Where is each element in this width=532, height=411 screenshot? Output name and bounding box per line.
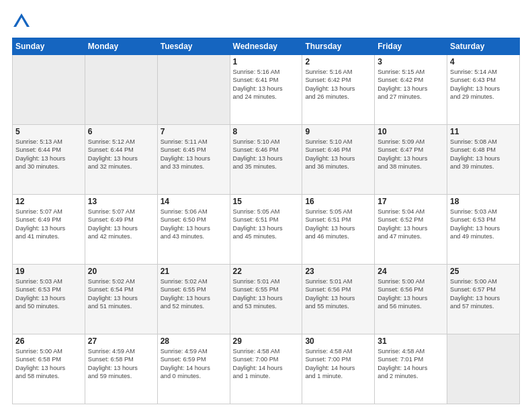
calendar-cell [13,55,85,125]
day-number: 28 [161,336,227,346]
day-info: Sunrise: 5:02 AM Sunset: 6:54 PM Dayligh… [88,277,154,311]
day-number: 3 [378,57,444,66]
calendar-cell: 11Sunrise: 5:08 AM Sunset: 6:48 PM Dayli… [447,125,520,195]
day-info: Sunrise: 4:58 AM Sunset: 7:00 PM Dayligh… [305,347,371,381]
day-number: 6 [88,127,154,136]
day-info: Sunrise: 5:07 AM Sunset: 6:49 PM Dayligh… [88,208,154,241]
calendar-cell: 28Sunrise: 4:59 AM Sunset: 6:59 PM Dayli… [157,334,230,404]
day-number: 31 [378,336,444,346]
calendar-cell: 23Sunrise: 5:01 AM Sunset: 6:56 PM Dayli… [302,265,375,334]
calendar-cell: 17Sunrise: 5:04 AM Sunset: 6:52 PM Dayli… [375,195,447,265]
calendar-table: SundayMondayTuesdayWednesdayThursdayFrid… [12,38,520,404]
day-info: Sunrise: 4:58 AM Sunset: 7:01 PM Dayligh… [378,347,444,381]
day-info: Sunrise: 5:01 AM Sunset: 6:56 PM Dayligh… [305,277,371,311]
day-info: Sunrise: 5:10 AM Sunset: 6:46 PM Dayligh… [305,138,371,171]
calendar-cell: 30Sunrise: 4:58 AM Sunset: 7:00 PM Dayli… [302,334,375,404]
day-info: Sunrise: 5:05 AM Sunset: 6:51 PM Dayligh… [305,208,371,241]
day-info: Sunrise: 5:03 AM Sunset: 6:53 PM Dayligh… [450,208,517,241]
logo-icon [12,12,31,31]
day-info: Sunrise: 5:14 AM Sunset: 6:43 PM Dayligh… [450,68,517,101]
day-info: Sunrise: 5:16 AM Sunset: 6:42 PM Dayligh… [305,68,371,101]
calendar-cell: 13Sunrise: 5:07 AM Sunset: 6:49 PM Dayli… [85,195,157,265]
calendar-cell: 5Sunrise: 5:13 AM Sunset: 6:44 PM Daylig… [13,125,85,195]
day-number: 24 [378,267,444,276]
calendar-cell: 10Sunrise: 5:09 AM Sunset: 6:47 PM Dayli… [375,125,447,195]
logo [12,12,34,31]
page: SundayMondayTuesdayWednesdayThursdayFrid… [0,0,532,411]
day-number: 8 [233,127,300,136]
day-info: Sunrise: 5:01 AM Sunset: 6:55 PM Dayligh… [233,277,300,311]
day-number: 13 [88,197,154,206]
day-number: 11 [450,127,517,136]
calendar-cell: 7Sunrise: 5:11 AM Sunset: 6:45 PM Daylig… [157,125,230,195]
day-number: 27 [88,336,154,346]
day-info: Sunrise: 5:16 AM Sunset: 6:41 PM Dayligh… [233,68,300,101]
calendar-week-row: 26Sunrise: 5:00 AM Sunset: 6:58 PM Dayli… [13,334,520,404]
calendar-cell [447,334,520,404]
day-info: Sunrise: 5:06 AM Sunset: 6:50 PM Dayligh… [161,208,227,241]
day-number: 16 [305,197,371,206]
calendar-cell: 2Sunrise: 5:16 AM Sunset: 6:42 PM Daylig… [302,55,375,125]
day-number: 20 [88,267,154,276]
day-info: Sunrise: 5:04 AM Sunset: 6:52 PM Dayligh… [378,208,444,241]
calendar-header-monday: Monday [85,38,157,55]
calendar-cell: 16Sunrise: 5:05 AM Sunset: 6:51 PM Dayli… [302,195,375,265]
day-info: Sunrise: 5:00 AM Sunset: 6:56 PM Dayligh… [378,277,444,311]
calendar-header-row: SundayMondayTuesdayWednesdayThursdayFrid… [13,38,520,55]
calendar-cell: 3Sunrise: 5:15 AM Sunset: 6:42 PM Daylig… [375,55,447,125]
day-number: 1 [233,57,300,66]
day-number: 25 [450,267,517,276]
day-info: Sunrise: 4:59 AM Sunset: 6:59 PM Dayligh… [161,347,227,381]
calendar-cell: 26Sunrise: 5:00 AM Sunset: 6:58 PM Dayli… [13,334,85,404]
calendar-cell: 14Sunrise: 5:06 AM Sunset: 6:50 PM Dayli… [157,195,230,265]
day-info: Sunrise: 5:13 AM Sunset: 6:44 PM Dayligh… [15,138,82,171]
day-info: Sunrise: 4:58 AM Sunset: 7:00 PM Dayligh… [233,347,300,381]
day-number: 9 [305,127,371,136]
calendar-week-row: 1Sunrise: 5:16 AM Sunset: 6:41 PM Daylig… [13,55,520,125]
day-info: Sunrise: 5:00 AM Sunset: 6:58 PM Dayligh… [15,347,82,381]
day-info: Sunrise: 5:07 AM Sunset: 6:49 PM Dayligh… [15,208,82,241]
calendar-cell: 22Sunrise: 5:01 AM Sunset: 6:55 PM Dayli… [230,265,302,334]
day-number: 15 [233,197,300,206]
day-info: Sunrise: 5:11 AM Sunset: 6:45 PM Dayligh… [161,138,227,171]
day-number: 29 [233,336,300,346]
day-info: Sunrise: 4:59 AM Sunset: 6:58 PM Dayligh… [88,347,154,381]
calendar-cell: 9Sunrise: 5:10 AM Sunset: 6:46 PM Daylig… [302,125,375,195]
day-info: Sunrise: 5:09 AM Sunset: 6:47 PM Dayligh… [378,138,444,171]
calendar-cell: 20Sunrise: 5:02 AM Sunset: 6:54 PM Dayli… [85,265,157,334]
calendar-cell: 29Sunrise: 4:58 AM Sunset: 7:00 PM Dayli… [230,334,302,404]
day-number: 19 [15,267,82,276]
day-number: 23 [305,267,371,276]
day-number: 17 [378,197,444,206]
calendar-week-row: 19Sunrise: 5:03 AM Sunset: 6:53 PM Dayli… [13,265,520,334]
day-number: 4 [450,57,517,66]
day-info: Sunrise: 5:10 AM Sunset: 6:46 PM Dayligh… [233,138,300,171]
calendar-cell: 31Sunrise: 4:58 AM Sunset: 7:01 PM Dayli… [375,334,447,404]
day-number: 2 [305,57,371,66]
day-info: Sunrise: 5:00 AM Sunset: 6:57 PM Dayligh… [450,277,517,311]
calendar-cell: 4Sunrise: 5:14 AM Sunset: 6:43 PM Daylig… [447,55,520,125]
calendar-cell: 8Sunrise: 5:10 AM Sunset: 6:46 PM Daylig… [230,125,302,195]
day-info: Sunrise: 5:03 AM Sunset: 6:53 PM Dayligh… [15,277,82,311]
day-number: 21 [161,267,227,276]
calendar-week-row: 12Sunrise: 5:07 AM Sunset: 6:49 PM Dayli… [13,195,520,265]
day-info: Sunrise: 5:02 AM Sunset: 6:55 PM Dayligh… [161,277,227,311]
calendar-header-thursday: Thursday [302,38,375,55]
calendar-header-saturday: Saturday [447,38,520,55]
calendar-header-tuesday: Tuesday [157,38,230,55]
day-number: 22 [233,267,300,276]
calendar-cell: 21Sunrise: 5:02 AM Sunset: 6:55 PM Dayli… [157,265,230,334]
day-info: Sunrise: 5:12 AM Sunset: 6:44 PM Dayligh… [88,138,154,171]
day-number: 18 [450,197,517,206]
day-info: Sunrise: 5:05 AM Sunset: 6:51 PM Dayligh… [233,208,300,241]
calendar-cell: 1Sunrise: 5:16 AM Sunset: 6:41 PM Daylig… [230,55,302,125]
day-info: Sunrise: 5:15 AM Sunset: 6:42 PM Dayligh… [378,68,444,101]
calendar-cell: 19Sunrise: 5:03 AM Sunset: 6:53 PM Dayli… [13,265,85,334]
day-info: Sunrise: 5:08 AM Sunset: 6:48 PM Dayligh… [450,138,517,171]
calendar-cell: 27Sunrise: 4:59 AM Sunset: 6:58 PM Dayli… [85,334,157,404]
day-number: 30 [305,336,371,346]
day-number: 10 [378,127,444,136]
calendar-cell: 15Sunrise: 5:05 AM Sunset: 6:51 PM Dayli… [230,195,302,265]
calendar-header-friday: Friday [375,38,447,55]
header [12,12,520,31]
